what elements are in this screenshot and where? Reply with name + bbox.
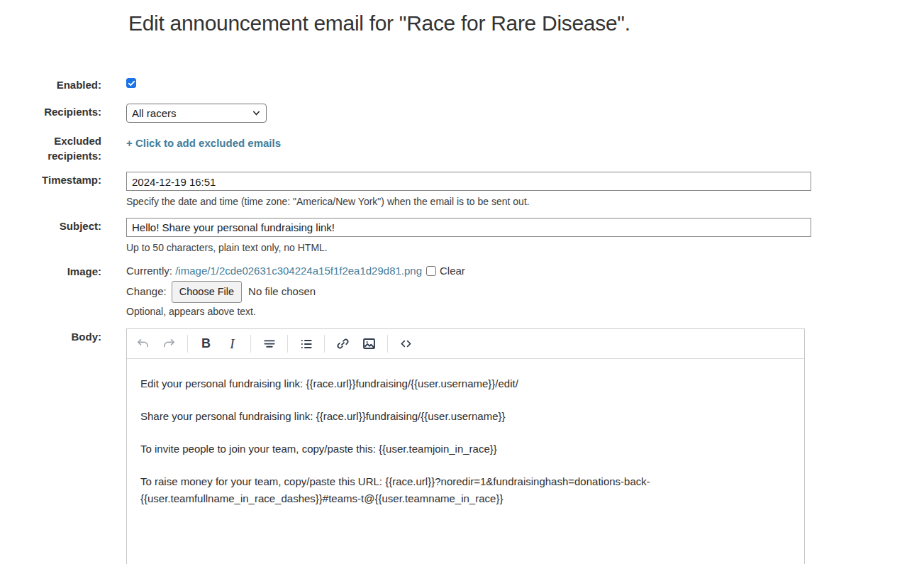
page-title: Edit announcement email for "Race for Ra… (128, 11, 924, 35)
toolbar-separator (287, 335, 288, 353)
toolbar-separator (250, 335, 251, 353)
italic-button[interactable]: I (219, 333, 245, 355)
enabled-row: Enabled: (18, 77, 924, 92)
insert-link-button[interactable] (330, 333, 356, 355)
timestamp-label: Timestamp: (18, 172, 101, 187)
timestamp-row: Timestamp: Specify the date and time (ti… (18, 172, 924, 208)
undo-icon (135, 336, 150, 351)
body-editor-content[interactable]: Edit your personal fundraising link: {{r… (127, 359, 804, 539)
add-excluded-emails-link[interactable]: + Click to add excluded emails (126, 137, 281, 149)
subject-row: Subject: Up to 50 characters, plain text… (18, 218, 924, 254)
toolbar-separator (187, 335, 188, 353)
no-file-chosen-text: No file chosen (248, 285, 316, 297)
body-paragraph: To invite people to join your team, copy… (140, 441, 782, 458)
body-paragraph: To raise money for your team, copy/paste… (140, 473, 782, 509)
check-icon (128, 79, 135, 87)
timestamp-input[interactable] (126, 172, 811, 191)
toolbar-separator (387, 335, 388, 353)
subject-help-text: Up to 50 characters, plain text only, no… (126, 242, 924, 254)
bullet-list-button[interactable] (293, 333, 319, 355)
code-icon (399, 336, 413, 351)
excluded-recipients-label: Excluded recipients: (18, 133, 101, 163)
clear-image-checkbox[interactable] (426, 266, 436, 276)
image-help-text: Optional, appears above text. (126, 306, 924, 318)
body-paragraph: Edit your personal fundraising link: {{r… (140, 375, 782, 393)
body-label: Body: (18, 328, 101, 344)
link-icon (335, 336, 350, 351)
excluded-recipients-row: Excluded recipients: + Click to add excl… (18, 133, 924, 163)
current-image-link[interactable]: /image/1/2cde02631c304224a15f1f2ea1d29d8… (175, 265, 422, 277)
image-icon (362, 336, 377, 351)
recipients-label: Recipients: (18, 104, 101, 119)
code-view-button[interactable] (393, 333, 419, 355)
body-rich-text-editor: B I (126, 328, 805, 564)
redo-button[interactable] (156, 333, 182, 355)
image-row: Image: Currently: /image/1/2cde02631c304… (18, 263, 924, 318)
enabled-checkbox[interactable] (126, 78, 136, 88)
body-row: Body: B I (18, 328, 924, 564)
choose-file-button[interactable]: Choose File (172, 281, 242, 303)
editor-toolbar: B I (127, 329, 804, 359)
toolbar-separator (324, 335, 325, 353)
recipients-select[interactable]: All racers (126, 104, 267, 123)
image-label: Image: (18, 263, 101, 279)
bold-button[interactable]: B (193, 333, 219, 355)
align-center-icon (262, 337, 277, 351)
announcement-email-form: Enabled: Recipients: All racers Excluded… (0, 77, 924, 564)
align-center-button[interactable] (256, 333, 282, 355)
recipients-row: Recipients: All racers (18, 104, 924, 123)
insert-image-button[interactable] (356, 333, 382, 355)
timestamp-help-text: Specify the date and time (time zone: "A… (126, 196, 924, 208)
image-currently-label: Currently: (126, 265, 172, 277)
subject-input[interactable] (126, 218, 811, 237)
bullet-list-icon (299, 337, 313, 351)
clear-image-label: Clear (440, 265, 465, 277)
redo-icon (162, 336, 177, 351)
enabled-label: Enabled: (18, 77, 101, 92)
subject-label: Subject: (18, 218, 101, 233)
image-change-label: Change: (126, 285, 167, 297)
body-paragraph: Share your personal fundraising link: {{… (140, 408, 782, 426)
undo-button[interactable] (130, 333, 156, 355)
